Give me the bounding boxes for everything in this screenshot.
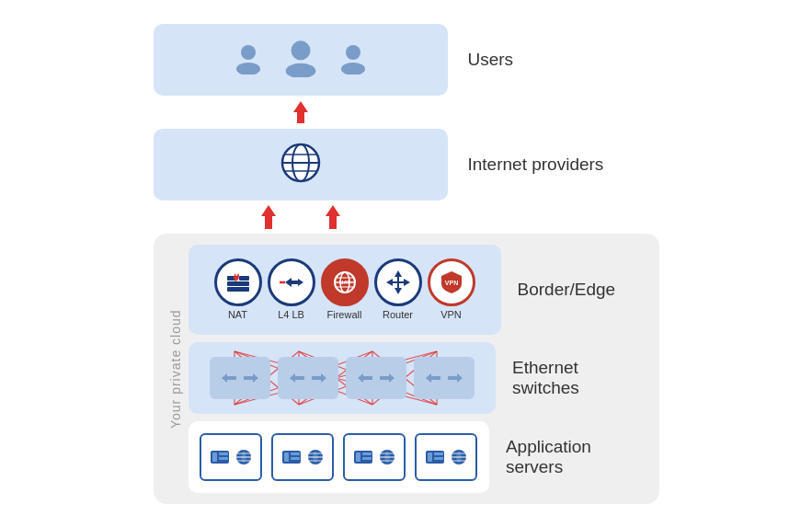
svg-marker-51 <box>448 373 463 383</box>
firewall-label: Firewall <box>327 309 362 320</box>
server-box-2 <box>271 433 334 481</box>
border-label: Border/Edge <box>518 280 616 300</box>
svg-marker-12 <box>261 205 276 229</box>
servers-layer <box>189 421 489 493</box>
internet-layer <box>154 129 448 200</box>
vpn-icon: VPN <box>428 258 475 306</box>
arrow-down-1 <box>154 96 448 129</box>
svg-point-1 <box>236 63 260 74</box>
svg-rect-53 <box>212 453 217 462</box>
l4lb-icon <box>268 258 315 306</box>
svg-marker-47 <box>312 373 326 383</box>
users-layer <box>154 24 448 96</box>
svg-rect-63 <box>291 457 300 460</box>
nat-icon-group: NAT <box>214 258 262 320</box>
user-icon-2 <box>281 39 320 81</box>
user-icon-1 <box>232 41 265 78</box>
svg-rect-78 <box>434 453 443 455</box>
firewall-icon: NAT <box>321 258 369 306</box>
svg-text:NAT: NAT <box>339 280 350 285</box>
svg-rect-14 <box>227 281 249 286</box>
server-box-4 <box>415 433 477 481</box>
l4lb-icon-group: L4 LB <box>268 258 315 320</box>
vpn-icon-group: VPN VPN <box>428 258 475 320</box>
switch-box-2 <box>278 357 338 399</box>
svg-marker-18 <box>285 278 303 287</box>
private-cloud: Your private cloud <box>154 234 659 504</box>
svg-rect-79 <box>434 457 443 460</box>
router-icon-group: Router <box>374 258 422 320</box>
svg-rect-77 <box>428 453 432 462</box>
private-cloud-label: Your private cloud <box>163 245 189 493</box>
globe-icon <box>278 140 324 189</box>
server-box-3 <box>343 433 406 481</box>
svg-marker-46 <box>290 373 304 383</box>
svg-rect-55 <box>219 457 228 460</box>
svg-marker-48 <box>358 373 372 383</box>
router-label: Router <box>383 309 413 320</box>
firewall-icon-group: NAT Firewall <box>321 258 369 320</box>
router-icon <box>374 258 422 306</box>
user-icon-3 <box>337 41 370 78</box>
svg-point-0 <box>241 45 256 60</box>
switch-box-1 <box>210 357 270 399</box>
svg-marker-13 <box>326 205 340 229</box>
svg-marker-50 <box>426 373 440 383</box>
users-label: Users <box>468 50 514 70</box>
svg-marker-26 <box>386 270 410 294</box>
svg-rect-54 <box>219 453 228 455</box>
nat-icon <box>214 258 262 306</box>
switches-layer <box>189 342 496 414</box>
svg-rect-17 <box>239 276 249 281</box>
svg-rect-70 <box>362 453 372 455</box>
border-layer: NAT L4 LB <box>189 245 501 335</box>
l4lb-label: L4 LB <box>278 309 304 320</box>
svg-rect-71 <box>362 457 372 460</box>
arrow-down-2 <box>154 200 448 234</box>
switch-box-4 <box>414 357 475 399</box>
svg-rect-69 <box>356 453 360 462</box>
svg-point-5 <box>341 63 365 74</box>
server-box-1 <box>200 433 262 481</box>
svg-rect-61 <box>284 453 289 462</box>
switches-label: Ethernet switches <box>512 358 648 398</box>
svg-point-3 <box>285 63 315 76</box>
svg-rect-62 <box>291 453 300 455</box>
nat-label: NAT <box>228 309 247 320</box>
internet-label: Internet providers <box>468 155 604 175</box>
svg-marker-49 <box>380 373 395 383</box>
servers-label: Application servers <box>506 437 648 477</box>
svg-point-2 <box>291 40 310 60</box>
svg-marker-6 <box>293 101 308 123</box>
svg-text:VPN: VPN <box>444 280 457 286</box>
vpn-label: VPN <box>440 309 462 320</box>
svg-point-4 <box>346 45 360 60</box>
svg-rect-15 <box>227 287 249 292</box>
svg-marker-45 <box>244 373 258 383</box>
svg-marker-44 <box>222 373 236 383</box>
switch-box-3 <box>346 357 406 399</box>
